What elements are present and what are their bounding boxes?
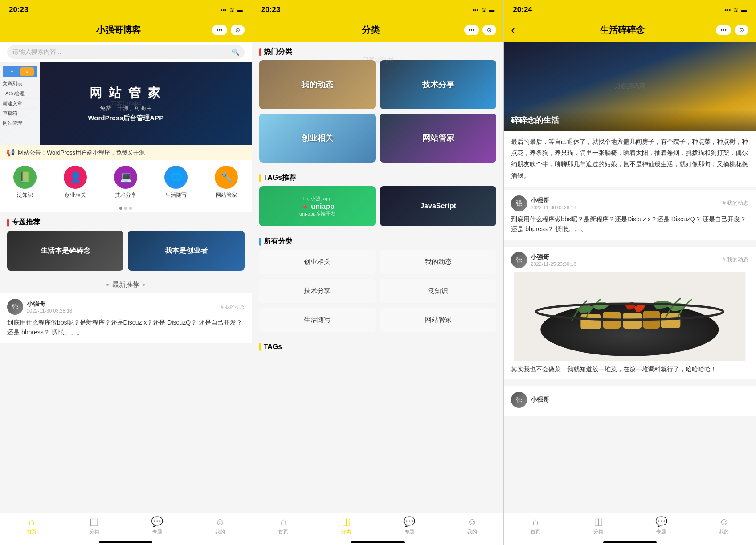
all-cat-4[interactable]: 生活随写 bbox=[259, 308, 376, 332]
cat-item-0[interactable]: 📗 泛知识 bbox=[0, 166, 50, 199]
status-time-1: 20:23 bbox=[9, 5, 28, 14]
tab-home-icon-1: ⌂ bbox=[29, 516, 34, 528]
tab-me-1[interactable]: ☺ 我的 bbox=[189, 513, 252, 538]
tab-bar-2: ⌂ 首页 ◫ 分类 💬 专题 ☺ 我的 bbox=[252, 513, 504, 540]
content-1[interactable]: 请输入搜索内容... 🔍 网 站 管 家 免费、开源、可商用 WordPress… bbox=[0, 42, 252, 513]
tags-bottom-area bbox=[252, 354, 504, 381]
tab-home-2[interactable]: ⌂ 首页 bbox=[252, 513, 315, 538]
hot-cat-label-2: 创业相关 bbox=[301, 133, 333, 143]
status-bar-3: 20:24 ▪▪▪ ≋ ▬ bbox=[504, 0, 756, 20]
target-button-3[interactable]: ⊙ bbox=[735, 25, 748, 35]
latest-title: 最新推荐 bbox=[112, 281, 139, 289]
hot-cat-1[interactable]: 技术分享 bbox=[380, 60, 496, 109]
hot-cat-0[interactable]: 我的动态 bbox=[259, 60, 376, 109]
all-cat-label-0: 创业相关 bbox=[304, 258, 331, 265]
cat-item-1[interactable]: 👤 创业相关 bbox=[50, 166, 101, 199]
more-button-2[interactable]: ••• bbox=[464, 25, 479, 35]
tab-me-icon-2: ☺ bbox=[467, 516, 477, 528]
tab-home-label-1: 首页 bbox=[27, 529, 37, 535]
divider-1 bbox=[504, 187, 756, 190]
all-cat-3[interactable]: 泛知识 bbox=[380, 279, 496, 303]
tag-card-0[interactable]: Hi, 小强, app 🔺 uniapp uni-app多端开发 bbox=[259, 186, 376, 226]
detail-post-2[interactable]: 强 小强哥 bbox=[504, 386, 756, 416]
detail-date-0: 2022-11-30 03:28:18 bbox=[531, 205, 719, 210]
nav-right-2: ••• ⊙ bbox=[464, 25, 497, 35]
back-icon[interactable]: ‹ bbox=[511, 23, 515, 37]
all-cat-1[interactable]: 我的动态 bbox=[380, 250, 496, 274]
featured-card-1[interactable]: 我本是创业者 bbox=[128, 231, 244, 271]
target-icon-2: ⊙ bbox=[487, 27, 492, 33]
cat-item-3[interactable]: 🌐 生活随写 bbox=[151, 166, 201, 199]
featured-card-0[interactable]: 生活本是碎碎念 bbox=[7, 231, 123, 271]
detail-hero-overlay: 碎碎念的生活 bbox=[504, 110, 756, 131]
detail-post-0[interactable]: 强 小强哥 2022-11-30 03:28:18 # 我的动态 到底用什么程序… bbox=[504, 190, 756, 240]
tab-topic-1[interactable]: 💬 专题 bbox=[126, 513, 188, 538]
detail-post-meta-2: 强 小强哥 bbox=[511, 392, 748, 408]
sidebar-btn-blue[interactable]: + bbox=[5, 67, 19, 76]
all-accent bbox=[259, 238, 261, 246]
post-date-1: 2022-11-30 03:28:18 bbox=[27, 308, 217, 313]
bottom-bar-3 bbox=[603, 541, 657, 543]
tab-me-2[interactable]: ☺ 我的 bbox=[441, 513, 503, 538]
tag-label-uni: 🔺 uniapp bbox=[299, 202, 335, 211]
battery-icon-2: ▬ bbox=[489, 7, 494, 13]
hot-cat-3[interactable]: 网站管家 bbox=[380, 114, 496, 163]
tab-me-icon-1: ☺ bbox=[215, 516, 225, 528]
content-2[interactable]: 热门分类 刀客源码网 我的动态 技术分享 创业相关 网站管家 TAGs推荐 bbox=[252, 42, 504, 513]
detail-post-meta-1: 强 小强哥 2022-11-25 23:30:18 # 我的动态 bbox=[511, 252, 748, 268]
detail-hero: 刀客源码网 碎碎念的生活 bbox=[504, 42, 756, 131]
hero-wp: WordPress后台管理APP bbox=[88, 114, 163, 122]
cat-item-2[interactable]: 💻 技术分享 bbox=[101, 166, 151, 199]
sidebar-item-2: TAGs管理 bbox=[3, 89, 37, 99]
all-cat-0[interactable]: 创业相关 bbox=[259, 250, 376, 274]
hot-cat-2[interactable]: 创业相关 bbox=[259, 114, 376, 163]
tab-topic-2[interactable]: 💬 专题 bbox=[378, 513, 441, 538]
more-button-3[interactable]: ••• bbox=[716, 25, 731, 35]
all-cat-5[interactable]: 网站管家 bbox=[380, 308, 496, 332]
dot-3 bbox=[129, 207, 132, 210]
tag-sub2-0: uni-app多端开发 bbox=[299, 211, 335, 217]
tab-cat-1[interactable]: ◫ 分类 bbox=[63, 513, 126, 538]
detail-post-1[interactable]: 强 小强哥 2022-11-25 23:30:18 # 我的动态 bbox=[504, 247, 756, 379]
tab-cat-label-3: 分类 bbox=[593, 529, 603, 535]
more-button-1[interactable]: ••• bbox=[212, 25, 227, 35]
tab-me-3[interactable]: ☺ 我的 bbox=[693, 513, 756, 538]
search-input-wrap[interactable]: 请输入搜索内容... 🔍 bbox=[7, 45, 245, 59]
tab-cat-3[interactable]: ◫ 分类 bbox=[567, 513, 630, 538]
status-bar-1: 20:23 ▪▪▪ ≋ ▬ bbox=[0, 0, 252, 20]
avatar-1: 强 bbox=[7, 299, 23, 315]
content-3[interactable]: 刀客源码网 碎碎念的生活 最后的最后，等自己退休了，就找个地方盖几间房子，有个院… bbox=[504, 42, 756, 513]
nav-title-2: 分类 bbox=[277, 24, 464, 36]
tab-topic-icon-2: 💬 bbox=[403, 516, 415, 528]
tags-bottom-accent bbox=[259, 343, 261, 351]
featured-title: 专题推荐 bbox=[12, 218, 40, 227]
detail-content-0: 到底用什么程序做bbs呢？是新程序？还是Discuz x？还是 DiscuzQ？… bbox=[511, 214, 748, 234]
sidebar-btn-orange[interactable]: ≡ bbox=[20, 67, 34, 76]
target-button-2[interactable]: ⊙ bbox=[482, 25, 496, 35]
tab-home-1[interactable]: ⌂ 首页 bbox=[0, 513, 63, 538]
wifi-icon-2: ≋ bbox=[481, 7, 486, 13]
nav-bar-2: 分类 ••• ⊙ bbox=[252, 20, 504, 42]
detail-post-meta-0: 强 小强哥 2022-11-30 03:28:18 # 我的动态 bbox=[511, 195, 748, 211]
featured-row: 生活本是碎碎念 我本是创业者 bbox=[0, 231, 252, 276]
status-time-3: 20:24 bbox=[513, 5, 532, 14]
tag-card-1[interactable]: JavaScript bbox=[380, 186, 496, 226]
tab-home-label-3: 首页 bbox=[531, 529, 540, 535]
cat-icon-1: 👤 bbox=[64, 166, 87, 189]
tag-label-js: JavaScript bbox=[420, 202, 456, 210]
cat-item-4[interactable]: 🔧 网站管家 bbox=[201, 166, 252, 199]
tab-cat-2[interactable]: ◫ 分类 bbox=[315, 513, 378, 538]
all-cat-2[interactable]: 技术分享 bbox=[259, 279, 376, 303]
tab-home-3[interactable]: ⌂ 首页 bbox=[504, 513, 567, 538]
hot-section-header: 热门分类 bbox=[252, 42, 504, 60]
nav-left-3[interactable]: ‹ bbox=[511, 23, 529, 37]
tab-topic-label-3: 专题 bbox=[656, 529, 666, 535]
post-item-1[interactable]: 强 小强哥 2022-11-30 03:28:18 # 我的动态 到底用什么程序… bbox=[0, 293, 252, 343]
tags-row: Hi, 小强, app 🔺 uniapp uni-app多端开发 JavaScr… bbox=[252, 186, 504, 232]
featured-bg-1: 我本是创业者 bbox=[128, 231, 244, 271]
hero-subtitle: 免费、开源、可商用 bbox=[100, 104, 152, 112]
signal-icon-2: ▪▪▪ bbox=[473, 7, 479, 13]
signal-icon: ▪▪▪ bbox=[221, 7, 227, 13]
tab-topic-3[interactable]: 💬 专题 bbox=[630, 513, 693, 538]
target-button-1[interactable]: ⊙ bbox=[231, 25, 245, 35]
